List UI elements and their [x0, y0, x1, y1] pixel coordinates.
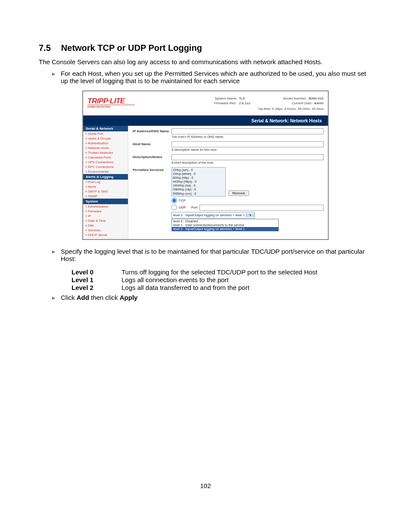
sidebar-item[interactable]: Cascaded Ports	[83, 155, 128, 160]
service-item[interactable]: 5900/tcp (vnc) - 0	[173, 192, 224, 196]
sidebar-item[interactable]: Authentication	[83, 141, 128, 146]
sys-name-label: System Name:	[203, 96, 237, 100]
sidebar-item[interactable]: Environmental	[83, 169, 128, 174]
hostname-label: Host Name	[133, 141, 171, 146]
ip-help: The host's IP Address or DNS name.	[171, 135, 324, 139]
bullet-arrow-icon: ➢	[51, 295, 56, 301]
port-input[interactable]	[199, 205, 324, 211]
model-value: B096-016	[308, 96, 324, 100]
level-option[interactable]: level 1 - User connects/disconnects to t…	[172, 223, 278, 227]
description-label: Description/Notes	[133, 154, 171, 159]
sidebar-item[interactable]: UPS Connections	[83, 160, 128, 165]
level-descriptions: Level 0 Turns off logging for the select…	[72, 268, 372, 291]
section-heading: 7.5Network TCP or UDP Port Logging	[39, 43, 372, 53]
sidebar-item[interactable]: IP	[83, 214, 128, 218]
level1-desc: Logs all connection events to the port	[121, 276, 372, 283]
uptime-value: Up-time: 0 days, 4 hours, 58 mins, 10 se…	[258, 107, 324, 111]
service-item[interactable]: 22/tcp (ssh) - 0	[173, 168, 224, 172]
hostname-input[interactable]	[171, 141, 324, 147]
model-label: Model Number:	[272, 96, 307, 100]
sys-name-value: TL6	[239, 96, 245, 100]
description-help: A brief description of the host.	[171, 161, 324, 165]
level2-desc: Logs all data transferred to and from th…	[121, 284, 372, 291]
sidebar-header-alerts: Alerts & Logging	[83, 174, 128, 180]
sidebar-item[interactable]: Services	[83, 228, 128, 233]
level2-label: Level 2	[72, 284, 121, 291]
bullet-arrow-icon: ➢	[51, 249, 56, 262]
level-option[interactable]: level 0 - Disabled	[172, 219, 278, 223]
bullet-text: For each Host, when you set up the Permi…	[61, 70, 372, 84]
level0-label: Level 0	[72, 268, 121, 276]
sidebar-item[interactable]: Firmware	[83, 209, 128, 214]
page-number: 102	[39, 482, 372, 489]
sidebar-item[interactable]: Date & Time	[83, 218, 128, 223]
brand-logo: TRIPP·LITE POWER PROTECTION	[87, 95, 135, 111]
tcp-label: TCP	[179, 199, 186, 202]
level-option[interactable]: level 2 - Input/Output logging on servic…	[172, 227, 278, 231]
section-title: Network TCP or UDP Port Logging	[61, 43, 202, 53]
service-item[interactable]: 23/tcp (telnet) - 0	[173, 172, 224, 176]
ip-input[interactable]	[171, 128, 324, 134]
permitted-services-label: Permitted Services	[133, 167, 171, 172]
sidebar-item[interactable]: Alerts	[83, 184, 128, 189]
sidebar-item[interactable]: SMTP & SMS	[83, 189, 128, 194]
bullet-text: Click Add then click Apply	[61, 294, 372, 301]
sidebar-header-system: System	[83, 199, 128, 204]
screenshot-figure: TRIPP·LITE POWER PROTECTION System Name:…	[82, 90, 329, 240]
logging-level-value: level 2 - Input/Output logging on servic…	[172, 213, 246, 217]
section-title-bar: Serial & Network: Network Hosts	[83, 115, 328, 126]
intro-paragraph: The Console Servers can also log any acc…	[39, 58, 372, 65]
nav-sidebar: Serial & Network Serial Port Users & Gro…	[83, 126, 128, 239]
bullet-arrow-icon: ➢	[51, 71, 56, 84]
service-item[interactable]: 80/tcp (http) - 0	[173, 176, 224, 180]
user-label: Current User:	[278, 101, 312, 105]
service-item[interactable]: 3389/tcp (rdp) - 0	[173, 187, 224, 191]
sidebar-item[interactable]: SNMP	[83, 194, 128, 199]
ip-label: IP Address/DNS Name	[133, 128, 171, 133]
sidebar-item[interactable]: Users & Groups	[83, 136, 128, 141]
level0-desc: Turns off logging for the selected TDC/U…	[121, 268, 372, 276]
services-listbox[interactable]: 22/tcp (ssh) - 0 23/tcp (telnet) - 0 80/…	[171, 167, 226, 196]
sidebar-item[interactable]: Network Hosts	[83, 146, 128, 150]
remove-button[interactable]: Remove	[228, 190, 249, 196]
section-number: 7.5	[39, 43, 51, 53]
description-input[interactable]	[171, 154, 324, 160]
sidebar-item[interactable]: Serial Port	[83, 131, 128, 136]
logging-level-select[interactable]: level 2 - Input/Output logging on servic…	[171, 212, 255, 218]
service-item[interactable]: 1494/tcp (ica) - 0	[173, 184, 224, 187]
sidebar-item[interactable]: RPC Connections	[83, 165, 128, 169]
user-value: admin	[314, 101, 324, 105]
fw-label: Firmware Rev.:	[203, 101, 237, 105]
level1-label: Level 1	[72, 276, 121, 283]
sidebar-item[interactable]: Dial	[83, 223, 128, 228]
bullet-text: Specify the logging level that is to be …	[61, 248, 372, 262]
sidebar-header-serial: Serial & Network	[83, 126, 128, 131]
sidebar-item[interactable]: Port Log	[83, 180, 128, 184]
port-label: Port	[191, 205, 198, 209]
tcp-radio[interactable]	[171, 198, 177, 203]
service-item[interactable]: 443/tcp (https) - 0	[173, 180, 224, 184]
hostname-help: A descriptive name for this host.	[171, 148, 324, 152]
sidebar-item[interactable]: Administration	[83, 204, 128, 209]
udp-radio[interactable]	[171, 205, 177, 210]
udp-label: UDP	[179, 205, 186, 209]
sidebar-item[interactable]: DHCP Server	[83, 233, 128, 237]
logging-level-options[interactable]: level 0 - Disabled level 1 - User connec…	[171, 219, 279, 231]
sidebar-item[interactable]: Trusted Networks	[83, 150, 128, 155]
dropdown-icon: ▾	[246, 213, 254, 217]
fw-value: 2.6.1u1	[239, 101, 251, 105]
